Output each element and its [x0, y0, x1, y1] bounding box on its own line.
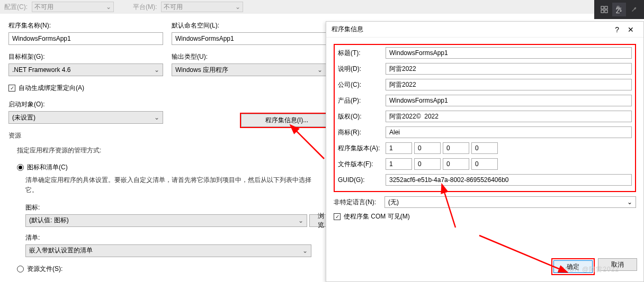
target-framework-dropdown[interactable]: .NET Framework 4.6⌄ [8, 63, 163, 76]
assembly-info-button-highlight: 程序集信息(I)... [240, 113, 334, 128]
file-ver-0[interactable] [386, 158, 412, 170]
assembly-name-input[interactable] [8, 32, 163, 45]
startup-object-label: 启动对象(O): [8, 100, 163, 109]
icon-manifest-radio[interactable]: 图标和清单(C) [17, 163, 326, 172]
manifest-description: 清单确定应用程序的具体设置。要嵌入自定义清单，请首先将它添加到项目中，然后从以下… [25, 175, 311, 195]
toolbar-right: AZ [594, 0, 644, 19]
file-ver-1[interactable] [414, 158, 441, 170]
icon-label: 图标: [25, 203, 326, 212]
assembly-info-button[interactable]: 程序集信息(I)... [241, 114, 333, 127]
file-ver-3[interactable] [471, 158, 498, 170]
startup-object-dropdown[interactable]: (未设置)⌄ [8, 111, 163, 124]
asm-ver-1[interactable] [414, 142, 441, 154]
svg-rect-1 [605, 6, 607, 9]
asm-ver-2[interactable] [443, 142, 469, 154]
assembly-info-dialog: 程序集信息 ? ✕ 标题(T): 说明(D): 公司(C): 产品(P): 版权… [326, 21, 644, 282]
copyright-label: 版权(O): [338, 112, 386, 121]
trademark-label: 商标(R): [338, 128, 386, 137]
chevron-down-icon: ⌄ [317, 66, 323, 74]
svg-text:Z: Z [616, 7, 620, 13]
chevron-down-icon: ⌄ [106, 3, 111, 11]
description-label: 说明(D): [338, 65, 386, 74]
neutral-language-dropdown[interactable]: (无)⌄ [384, 196, 636, 208]
com-visible-checkbox[interactable]: ✓使程序集 COM 可见(M) [334, 212, 636, 221]
copyright-input[interactable] [386, 111, 632, 122]
icon-dropdown[interactable]: (默认值: 图标)⌄ [25, 214, 307, 227]
output-type-dropdown[interactable]: Windows 应用程序⌄ [172, 63, 326, 76]
config-toolbar: 配置(C): 不可用⌄ 平台(M): 不可用⌄ [0, 0, 644, 14]
chevron-down-icon: ⌄ [235, 3, 240, 11]
alphabetical-icon[interactable]: AZ [612, 3, 626, 16]
guid-label: GUID(G): [338, 176, 386, 184]
assembly-version-label: 程序集版本(A): [338, 144, 386, 153]
ok-button-highlight: 确定 [551, 258, 595, 275]
chevron-down-icon: ⌄ [302, 247, 308, 254]
svg-rect-3 [605, 10, 607, 13]
trademark-input[interactable] [386, 126, 632, 138]
file-ver-2[interactable] [443, 158, 469, 170]
product-input[interactable] [386, 95, 632, 106]
chevron-down-icon: ⌄ [298, 217, 303, 224]
description-input[interactable] [386, 63, 632, 75]
file-version-label: 文件版本(F): [338, 160, 386, 169]
default-namespace-label: 默认命名空间(L): [172, 21, 326, 30]
chevron-down-icon: ⌄ [154, 66, 159, 74]
assembly-name-label: 程序集名称(N): [8, 21, 163, 30]
company-input[interactable] [386, 79, 632, 90]
config-label: 配置(C): [4, 3, 28, 12]
help-icon[interactable]: ? [611, 25, 623, 34]
wrench-icon[interactable] [627, 3, 641, 16]
title-label: 标题(T): [338, 49, 386, 58]
target-framework-label: 目标框架(G): [8, 52, 163, 61]
assembly-fields-highlight: 标题(T): 说明(D): 公司(C): 产品(P): 版权(O): 商标(R)… [334, 44, 636, 192]
platform-dropdown[interactable]: 不可用⌄ [161, 2, 243, 12]
manifest-dropdown[interactable]: 嵌入带默认设置的清单⌄ [25, 244, 311, 257]
default-namespace-input[interactable] [172, 32, 326, 45]
resources-section-title: 资源 [8, 131, 326, 140]
close-icon[interactable]: ✕ [623, 25, 638, 34]
chevron-down-icon: ⌄ [627, 198, 632, 206]
resource-file-radio[interactable]: 资源文件(S): [17, 265, 326, 274]
auto-binding-redirect-checkbox[interactable]: ✓自动生成绑定重定向(A) [8, 84, 326, 93]
title-input[interactable] [386, 47, 632, 59]
platform-label: 平台(M): [133, 3, 157, 12]
ok-button[interactable]: 确定 [553, 260, 593, 273]
guid-input[interactable] [386, 174, 632, 186]
assembly-version-inputs [386, 142, 498, 154]
manifest-label: 清单: [25, 233, 326, 242]
product-label: 产品(P): [338, 96, 386, 105]
company-label: 公司(C): [338, 80, 386, 89]
svg-rect-2 [601, 10, 604, 13]
config-dropdown[interactable]: 不可用⌄ [32, 2, 114, 12]
asm-ver-0[interactable] [386, 142, 412, 154]
file-version-inputs [386, 158, 498, 170]
resources-description: 指定应用程序资源的管理方式: [17, 145, 326, 156]
dialog-titlebar: 程序集信息 ? ✕ [326, 22, 643, 38]
categorized-icon[interactable] [597, 3, 611, 16]
asm-ver-3[interactable] [471, 142, 498, 154]
output-type-label: 输出类型(U): [172, 52, 326, 61]
cancel-button[interactable]: 取消 [598, 258, 637, 271]
dialog-title: 程序集信息 [332, 25, 363, 34]
chevron-down-icon: ⌄ [154, 114, 159, 121]
svg-rect-0 [601, 6, 604, 9]
neutral-language-label: 非特定语言(N): [334, 198, 384, 207]
